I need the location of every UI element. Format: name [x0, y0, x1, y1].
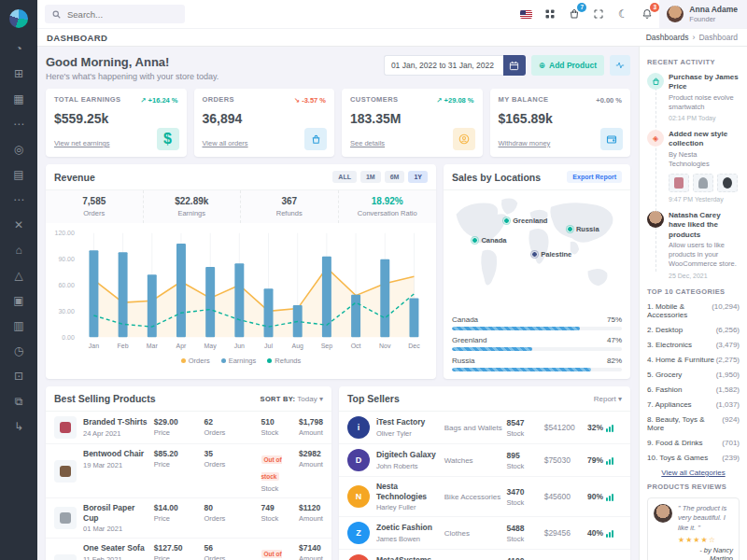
bag-thumbnail — [717, 174, 738, 192]
range-1y-button[interactable]: 1Y — [408, 171, 428, 183]
top-sellers-title: Top Sellers — [347, 393, 400, 404]
product-row: Borosil Paper Cup01 Mar 2021 $14.00Price… — [46, 498, 331, 539]
svg-text:Feb: Feb — [118, 343, 129, 349]
sidebar-item-charts-icon[interactable]: ◷ — [0, 342, 37, 359]
language-flag-button[interactable] — [514, 2, 538, 26]
stat-card-customers: CUSTOMERS ↗ +29.08 % 183.35M See details — [342, 89, 483, 157]
sales-by-locations-card: Sales by Locations Export Report — [444, 164, 630, 379]
breadcrumb-separator: › — [693, 33, 696, 42]
export-report-button[interactable]: Export Report — [567, 171, 622, 183]
sidebar-item-apps-icon[interactable]: ⊞ — [0, 64, 37, 82]
add-product-button[interactable]: ⊕Add Product — [531, 55, 604, 76]
seller-row: N Nesta TechnologiesHarley Fuller Bike A… — [339, 477, 630, 517]
report-dropdown[interactable]: Report ▾ — [594, 395, 622, 403]
sidebar-item-icons-icon[interactable]: ⊡ — [0, 367, 37, 385]
view-all-categories-link[interactable]: View all Categories — [647, 469, 740, 477]
cart-count-badge: 7 — [577, 3, 586, 12]
revenue-earnings-value: $22.89k — [146, 196, 239, 206]
app-logo-icon[interactable] — [9, 9, 28, 28]
svg-text:Jun: Jun — [234, 343, 245, 349]
dark-mode-button[interactable]: ☾ — [611, 2, 635, 26]
svg-text:30.00: 30.00 — [58, 308, 75, 315]
search-input[interactable] — [65, 8, 168, 21]
notifications-button[interactable]: 3 — [635, 2, 659, 26]
sidebar-item-dashboards-icon[interactable]: ◔ — [0, 39, 37, 57]
sidebar-item-widgets-icon[interactable]: ✕ — [0, 216, 37, 233]
legend-orders: Orders — [181, 357, 210, 365]
revenue-chart: 0.0030.0060.0090.00120.00JanFebMarAprMay… — [46, 223, 436, 355]
tripod-thumbnail — [693, 174, 713, 192]
breadcrumb-dashboards[interactable]: Dashboards — [646, 33, 689, 42]
view-net-earnings-link[interactable]: View net earnings — [54, 139, 109, 147]
user-menu[interactable]: Anna Adame Founder — [659, 0, 747, 28]
date-range-input[interactable] — [384, 55, 503, 76]
svg-text:0.00: 0.00 — [62, 334, 75, 341]
legend-earnings: Earnings — [221, 357, 257, 365]
product-review-item: " The product is very beautiful. I like … — [647, 497, 740, 560]
category-row: 9. Food & Drinks(701) — [647, 439, 740, 447]
purchase-bag-icon — [647, 73, 664, 90]
category-row: 6. Fashion(1,582) — [647, 385, 740, 394]
stat-delta: ↘ -3.57 % — [294, 96, 326, 105]
view-all-orders-link[interactable]: View all orders — [203, 139, 248, 147]
search-icon — [52, 10, 61, 19]
range-1m-button[interactable]: 1M — [360, 171, 381, 183]
sidebar-item-multilevel-icon[interactable]: ↳ — [0, 417, 37, 435]
calendar-button[interactable] — [503, 55, 526, 76]
sidebar-item-forms-icon[interactable]: ▣ — [0, 291, 37, 309]
user-circle-icon — [453, 128, 475, 150]
map-marker-russia: Russia — [567, 225, 599, 233]
topbar: 7 ☾ 3 Anna Adame Founder — [37, 0, 747, 28]
withdraw-money-link[interactable]: Withdraw money — [499, 139, 551, 147]
product-thumbnail — [54, 416, 77, 439]
range-all-button[interactable]: ALL — [332, 171, 357, 183]
revenue-summary-strip: 7,585Orders $22.89kEarnings 367Refunds 1… — [46, 190, 436, 223]
location-progress-list: Canada75% Greenland47% Russia82% — [444, 308, 630, 379]
stat-delta: ↗ +16.24 % — [140, 96, 177, 105]
seller-row: Z Zoetic FashionJames Bowen Clothes 5488… — [339, 517, 630, 550]
grid-icon — [544, 8, 556, 20]
seller-logo: N — [347, 485, 370, 508]
stat-value: $559.25k — [54, 111, 178, 126]
svg-text:Mar: Mar — [147, 343, 159, 349]
sidebar-item-pages-icon[interactable]: ▤ — [0, 165, 37, 183]
jacket-thumbnail — [669, 174, 689, 192]
svg-text:Apr: Apr — [176, 343, 188, 350]
mini-bars-icon — [606, 530, 613, 538]
sidebar-item-advance-ui-icon[interactable]: △ — [0, 266, 37, 284]
top-categories-list: 1. Mobile & Accessories(10,294) 2. Deskt… — [647, 302, 740, 462]
web-apps-button[interactable] — [538, 2, 562, 26]
category-row: 10. Toys & Games(239) — [647, 454, 740, 462]
sidebar-item-tables-icon[interactable]: ▥ — [0, 316, 37, 334]
see-details-link[interactable]: See details — [350, 139, 385, 147]
sidebar-item-base-ui-icon[interactable]: ⌂ — [0, 241, 37, 259]
sidebar-item-maps-icon[interactable]: ⧉ — [0, 392, 37, 410]
sidebar-item-auth-icon[interactable]: ◎ — [0, 140, 37, 158]
fullscreen-button[interactable] — [586, 2, 611, 26]
activity-item: ◈ Added new style collection By Nesta Te… — [647, 130, 740, 203]
activity-shortcut-button[interactable] — [610, 55, 630, 76]
location-row-russia: Russia82% — [452, 357, 622, 371]
revenue-range-chips: ALL 1M 6M 1Y — [332, 171, 428, 183]
seller-row: e Meta4SystemsZoe Dennis Furniture 4100S… — [339, 550, 630, 560]
progress-bar — [452, 347, 532, 351]
greeting-subtitle: Here's what's happening with your store … — [46, 72, 218, 81]
svg-text:Oct: Oct — [351, 343, 361, 349]
map-marker-palestine: Palestine — [531, 250, 571, 259]
sidebar-item-pages-more-icon[interactable]: ⋯ — [0, 115, 37, 133]
revenue-refunds-value: 367 — [243, 196, 336, 206]
sidebar-item-layouts-icon[interactable]: ▦ — [0, 90, 37, 107]
category-row: 5. Grocery(1,950) — [647, 371, 740, 379]
sidebar-item-landing-more-icon[interactable]: ⋯ — [0, 190, 37, 208]
range-6m-button[interactable]: 6M — [385, 171, 405, 183]
sort-by-dropdown[interactable]: SORT BY: Today ▾ — [261, 395, 323, 403]
stat-cards: TOTAL EARNINGS ↗ +16.24 % $559.25k View … — [46, 89, 630, 157]
map-marker-canada: Canada — [472, 236, 506, 245]
breadcrumb: Dashboards › Dashboard — [646, 33, 738, 42]
mini-bars-icon — [606, 425, 613, 432]
cart-button[interactable]: 7 — [562, 2, 586, 26]
svg-text:Dec: Dec — [408, 343, 420, 349]
svg-text:120.00: 120.00 — [55, 230, 75, 236]
seller-logo: Z — [347, 522, 370, 544]
wallet-icon — [600, 128, 623, 150]
